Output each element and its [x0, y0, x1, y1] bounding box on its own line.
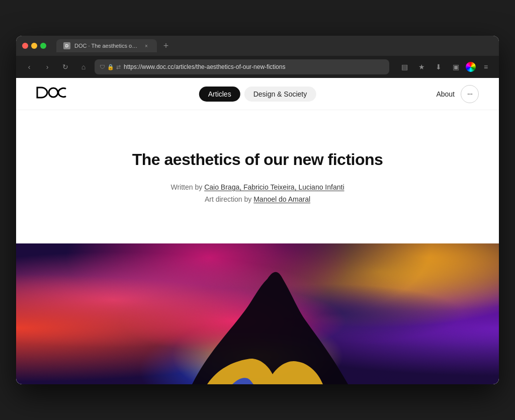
written-by-prefix: Written by — [171, 183, 205, 191]
site-logo[interactable] — [36, 86, 68, 103]
article-header: The aesthetics of our new fictions Writt… — [16, 110, 499, 243]
article-title: The aesthetics of our new fictions — [132, 150, 383, 169]
active-tab[interactable]: D DOC · The aesthetics of our ne… × — [56, 39, 157, 52]
url-bar[interactable]: 🛡 🔒 ⇄ https://www.doc.cc/articles/the-ae… — [95, 59, 389, 74]
url-text: https://www.doc.cc/articles/the-aestheti… — [124, 63, 384, 70]
reload-button[interactable]: ↻ — [58, 60, 72, 74]
article-authors: Written by Caio Braga, Fabricio Teixeira… — [171, 183, 345, 191]
article-art-direction: Art direction by Manoel do Amaral — [205, 195, 310, 203]
bookmark-icon[interactable]: ★ — [414, 60, 428, 74]
reader-view-icon[interactable]: ▤ — [397, 60, 411, 74]
firefox-icon[interactable] — [466, 62, 476, 72]
design-society-nav-button[interactable]: Design & Society — [244, 87, 316, 102]
svg-point-0 — [49, 88, 58, 97]
hero-image — [16, 243, 499, 384]
site-nav-center: Articles Design & Society — [199, 87, 316, 102]
art-director-link[interactable]: Manoel do Amaral — [253, 195, 310, 203]
tab-close-button[interactable]: × — [143, 42, 150, 49]
articles-nav-button[interactable]: Articles — [199, 87, 240, 102]
authors-link[interactable]: Caio Braga, Fabricio Teixeira, Luciano I… — [204, 183, 344, 191]
more-options-button[interactable]: ··· — [461, 85, 479, 103]
art-direction-prefix: Art direction by — [205, 195, 253, 203]
download-icon[interactable]: ⬇ — [432, 60, 446, 74]
home-button[interactable]: ⌂ — [76, 60, 91, 74]
maximize-window-button[interactable] — [40, 43, 46, 49]
traffic-lights — [22, 43, 46, 49]
tab-title: DOC · The aesthetics of our ne… — [74, 43, 139, 49]
toolbar-icons: ▤ ★ ⬇ ▣ ≡ — [397, 60, 493, 74]
new-tab-button[interactable]: + — [159, 39, 173, 53]
site-nav-right: About ··· — [436, 85, 479, 103]
tabs-icon[interactable]: ▣ — [449, 60, 463, 74]
tab-favicon: D — [63, 42, 70, 49]
menu-icon[interactable]: ≡ — [479, 60, 493, 74]
website-content: Articles Design & Society About ··· The … — [16, 78, 499, 384]
title-bar: D DOC · The aesthetics of our ne… × + — [16, 36, 499, 56]
browser-window: D DOC · The aesthetics of our ne… × + ‹ … — [16, 36, 499, 384]
shield-icon: 🛡 — [100, 64, 105, 70]
minimize-window-button[interactable] — [31, 43, 37, 49]
hero-noise-overlay — [16, 243, 499, 384]
back-button[interactable]: ‹ — [22, 60, 36, 74]
close-window-button[interactable] — [22, 43, 28, 49]
tab-bar: D DOC · The aesthetics of our ne… × + — [56, 39, 493, 53]
tracking-icon: ⇄ — [116, 64, 121, 70]
address-bar: ‹ › ↻ ⌂ 🛡 🔒 ⇄ https://www.doc.cc/article… — [16, 56, 499, 78]
url-security-icons: 🛡 🔒 ⇄ — [100, 64, 121, 70]
about-link[interactable]: About — [436, 90, 455, 98]
forward-button[interactable]: › — [40, 60, 54, 74]
lock-icon: 🔒 — [107, 64, 114, 70]
site-nav: Articles Design & Society About ··· — [16, 78, 499, 110]
